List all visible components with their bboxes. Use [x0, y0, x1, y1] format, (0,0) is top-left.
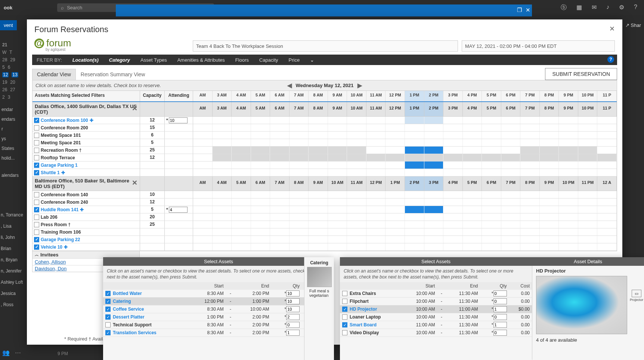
new-event-button[interactable]: vent [0, 20, 17, 30]
time-slot[interactable] [193, 243, 213, 250]
time-slot[interactable] [540, 199, 559, 206]
time-slot[interactable] [405, 243, 424, 250]
asset-checkbox[interactable] [342, 299, 347, 304]
time-slot[interactable] [540, 236, 559, 243]
time-slot[interactable] [366, 147, 386, 154]
asset-name[interactable]: Conference Room 200 [41, 125, 88, 130]
bell-icon[interactable]: ♪ [606, 4, 609, 12]
time-slot[interactable] [501, 228, 521, 236]
tab-summary-view[interactable]: Reservation Summary View [76, 69, 150, 80]
attending-input[interactable] [169, 117, 188, 123]
time-slot[interactable] [405, 161, 424, 169]
time-slot[interactable] [578, 213, 598, 221]
time-slot[interactable] [309, 154, 328, 161]
time-slot[interactable] [482, 206, 501, 213]
time-slot[interactable] [559, 117, 578, 124]
time-slot[interactable] [482, 243, 501, 250]
time-slot[interactable] [463, 221, 482, 228]
time-slot[interactable] [270, 206, 290, 213]
time-slot[interactable] [213, 124, 232, 131]
time-slot[interactable] [347, 139, 366, 146]
time-slot[interactable] [463, 199, 482, 206]
time-slot[interactable] [213, 169, 232, 176]
time-slot[interactable] [559, 147, 578, 154]
time-slot[interactable] [366, 221, 386, 228]
time-slot[interactable] [193, 206, 213, 213]
time-slot[interactable] [405, 124, 424, 131]
asset-checkbox[interactable] [34, 155, 39, 160]
time-slot[interactable] [424, 124, 444, 131]
time-slot[interactable] [347, 243, 366, 250]
time-slot[interactable] [482, 124, 501, 131]
time-slot[interactable] [463, 228, 482, 236]
time-slot[interactable] [366, 213, 386, 221]
time-slot[interactable] [424, 236, 444, 243]
remove-location-icon[interactable]: ✕ [132, 179, 137, 187]
time-slot[interactable] [443, 124, 463, 131]
time-slot[interactable] [270, 236, 290, 243]
asset-name[interactable]: Bottled Water [113, 291, 142, 296]
time-slot[interactable] [443, 132, 463, 139]
asset-checkbox[interactable]: ✓ [34, 237, 39, 242]
time-slot[interactable] [482, 191, 501, 198]
time-slot[interactable] [386, 132, 405, 139]
time-slot[interactable] [520, 169, 540, 176]
time-slot[interactable] [463, 191, 482, 198]
qty-input[interactable] [286, 330, 300, 336]
time-slot[interactable] [366, 236, 386, 243]
asset-checkbox[interactable] [342, 314, 347, 320]
time-slot[interactable] [232, 154, 251, 161]
time-slot[interactable] [290, 161, 309, 169]
time-slot[interactable] [520, 213, 540, 221]
time-slot[interactable] [251, 206, 270, 213]
time-slot[interactable] [501, 154, 521, 161]
time-slot[interactable] [578, 236, 598, 243]
time-slot[interactable] [424, 213, 444, 221]
asset-checkbox[interactable] [34, 140, 39, 145]
time-slot[interactable] [540, 206, 559, 213]
asset-checkbox[interactable] [34, 192, 39, 197]
asset-name[interactable]: Shuttle 1 [41, 170, 60, 175]
asset-checkbox[interactable] [34, 200, 39, 205]
time-slot[interactable] [424, 199, 444, 206]
time-slot[interactable] [597, 236, 617, 243]
attending-input[interactable] [169, 207, 188, 213]
time-slot[interactable] [193, 228, 213, 236]
time-slot[interactable] [520, 228, 540, 236]
time-slot[interactable] [366, 206, 386, 213]
time-slot[interactable] [193, 199, 213, 206]
qty-input[interactable] [493, 298, 507, 304]
time-slot[interactable] [366, 124, 386, 131]
time-slot[interactable] [232, 169, 251, 176]
time-slot[interactable] [559, 236, 578, 243]
time-slot[interactable] [559, 154, 578, 161]
time-slot[interactable] [309, 117, 328, 124]
time-slot[interactable] [193, 124, 213, 131]
time-slot[interactable] [290, 221, 309, 228]
time-slot[interactable] [424, 161, 444, 169]
time-slot[interactable] [443, 147, 463, 154]
filter-asset-types[interactable]: Asset Types [140, 57, 167, 63]
time-slot[interactable] [501, 191, 521, 198]
time-slot[interactable] [290, 243, 309, 250]
time-slot[interactable] [482, 154, 501, 161]
time-slot[interactable] [463, 161, 482, 169]
time-slot[interactable] [328, 169, 347, 176]
time-slot[interactable] [424, 139, 444, 146]
time-slot[interactable] [251, 147, 270, 154]
time-slot[interactable] [386, 147, 405, 154]
time-slot[interactable] [540, 191, 559, 198]
time-slot[interactable] [366, 243, 386, 250]
time-slot[interactable] [232, 161, 251, 169]
time-slot[interactable] [193, 191, 213, 198]
close-icon[interactable]: ✕ [609, 25, 615, 33]
time-slot[interactable] [232, 221, 251, 228]
maximize-icon[interactable]: ❐ [517, 7, 522, 13]
time-slot[interactable] [597, 139, 617, 146]
time-slot[interactable] [309, 228, 328, 236]
time-slot[interactable] [386, 221, 405, 228]
time-slot[interactable] [328, 139, 347, 146]
time-slot[interactable] [463, 243, 482, 250]
qty-input[interactable] [493, 314, 507, 320]
qty-input[interactable] [286, 298, 300, 304]
